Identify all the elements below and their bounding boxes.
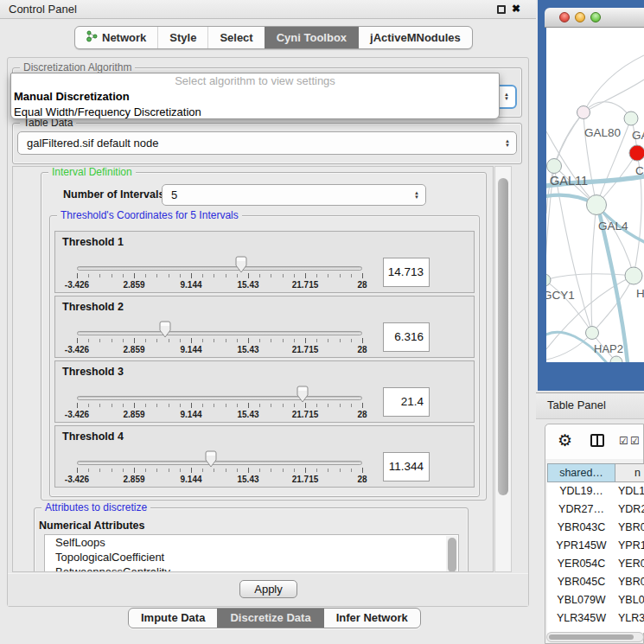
slider-tick [340, 404, 341, 407]
combo-stepper-icon [505, 139, 510, 148]
mac-minimize-icon[interactable] [575, 12, 585, 22]
slider-tick [283, 339, 284, 342]
table-row[interactable]: YBL079WYBL0 [547, 591, 644, 609]
table-row[interactable]: YDL19…YDL1 [547, 482, 644, 501]
network-graph[interactable]: GAL80GALCGAL11GAL4GCY1HHAP2 [546, 28, 644, 362]
network-canvas[interactable]: GAL80GALCGAL11GAL4GCY1HHAP2 [546, 28, 644, 362]
network-edge [546, 274, 634, 280]
slider-tick [271, 274, 271, 277]
slider-tick [156, 339, 157, 342]
column-header-2[interactable]: n [615, 463, 644, 482]
tab-impute-data[interactable]: Impute Data [129, 609, 217, 628]
tab-discretize-data[interactable]: Discretize Data [217, 609, 322, 628]
table-row[interactable]: YER054CYER0 [547, 555, 644, 573]
tab-cyni-toolbox[interactable]: Cyni Toolbox [265, 27, 358, 48]
network-node[interactable] [625, 267, 642, 284]
slider-tick-label: 15.43 [220, 410, 277, 419]
threshold-value-field[interactable]: 11.344 [383, 452, 430, 481]
table-horizontal-scrollbar-thumb[interactable] [549, 634, 634, 640]
slider-tick [99, 469, 100, 472]
tab-style[interactable]: Style [157, 27, 207, 48]
control-panel-title: Control Panel [9, 3, 77, 16]
network-window-titlebar[interactable] [545, 8, 644, 28]
checkbox-icon[interactable] [619, 432, 628, 450]
network-node[interactable] [629, 145, 644, 161]
attributes-scrollbar-thumb[interactable] [448, 538, 456, 572]
network-node[interactable] [587, 195, 607, 215]
checkbox-icon[interactable] [630, 432, 640, 450]
slider-tick [328, 404, 328, 407]
table-cell: YDR2 [615, 501, 644, 519]
slider-tick-label: 9.144 [163, 475, 220, 484]
dropdown-item-manual-discretization[interactable]: Manual Discretization [11, 89, 499, 105]
table-cell: YPR1 [615, 537, 644, 555]
threshold-slider-track[interactable] [77, 266, 362, 271]
tab-jactivemnodules[interactable]: jActiveMNodules [358, 27, 472, 48]
threshold-slider-thumb[interactable] [158, 321, 172, 338]
table-data-combobox[interactable]: galFiltered.sif default node [17, 131, 517, 155]
table-header-row: shared…n [547, 463, 644, 482]
threshold-slider-thumb[interactable] [204, 450, 218, 468]
apply-button[interactable]: Apply [239, 580, 297, 598]
table-cell: YER054C [547, 555, 615, 573]
control-panel-scrollbar[interactable] [494, 166, 512, 572]
threshold-slider-track[interactable] [77, 331, 362, 335]
attribute-item-betweennesscentrality[interactable]: BetweennessCentrality [45, 564, 458, 572]
slider-tick [156, 404, 157, 407]
slider-tick [134, 468, 135, 473]
threshold-slider-track[interactable] [77, 461, 362, 465]
table-row[interactable]: YBR045CYBR0 [547, 573, 644, 591]
slider-tick [226, 404, 226, 407]
slider-tick [294, 404, 295, 407]
slider-tick-label: 2.859 [105, 475, 163, 484]
network-node[interactable] [586, 327, 599, 340]
table-horizontal-scrollbar[interactable] [546, 632, 644, 642]
slider-tick-label: 9.144 [163, 280, 220, 290]
table-row[interactable]: YDR27…YDR2 [547, 501, 644, 519]
table-cell: YBL0 [615, 591, 644, 609]
slider-tick-label: 15.43 [220, 475, 277, 484]
table-row[interactable]: YBR043CYBR0 [547, 519, 644, 537]
slider-tick [362, 468, 363, 473]
close-icon[interactable]: ✖ [512, 3, 520, 15]
threshold-label: Threshold 1 [62, 236, 124, 248]
threshold-value-field[interactable]: 21.4 [383, 387, 430, 417]
threshold-value-field[interactable]: 6.316 [383, 322, 430, 352]
tab-network[interactable]: Network [75, 27, 157, 48]
dropdown-item-equal-width-frequency-discretization[interactable]: Equal Width/Frequency Discretization [11, 105, 499, 120]
float-window-icon[interactable] [497, 5, 506, 14]
mac-zoom-icon[interactable] [590, 12, 601, 22]
split-columns-icon[interactable] [590, 434, 604, 447]
threshold-slider-thumb[interactable] [234, 256, 248, 273]
table-row[interactable]: YLR345WYLR3 [547, 609, 644, 628]
tab-select[interactable]: Select [207, 27, 264, 48]
slider-tick [305, 273, 306, 278]
threshold-slider-track[interactable] [77, 396, 362, 400]
column-header-1[interactable]: shared… [547, 463, 615, 482]
network-edge [583, 80, 644, 112]
number-of-intervals-label: Number of Intervals [63, 188, 164, 201]
gear-icon[interactable] [558, 430, 572, 452]
slider-tick [248, 338, 249, 343]
slider-tick [328, 469, 328, 472]
threshold-label: Threshold 2 [62, 301, 124, 313]
threshold-value-field[interactable]: 14.713 [383, 258, 430, 287]
slider-tick [88, 339, 89, 342]
slider-tick-label: -3.426 [48, 410, 105, 419]
attribute-item-topologicalcoefficient[interactable]: TopologicalCoefficient [45, 550, 458, 564]
network-node[interactable] [547, 159, 562, 174]
table-row[interactable]: YPR145WYPR1 [547, 537, 644, 555]
tab-infer-network[interactable]: Infer Network [323, 609, 420, 628]
network-node[interactable] [624, 112, 638, 125]
threshold-slider-thumb[interactable] [296, 386, 309, 403]
attributes-scrollbar[interactable] [446, 536, 457, 572]
attribute-item-selfloops[interactable]: SelfLoops [45, 535, 458, 550]
network-node[interactable] [577, 106, 590, 119]
slider-tick [112, 339, 112, 342]
number-of-intervals-combobox[interactable]: 5 [162, 184, 426, 206]
node-table[interactable]: shared…nYDL19…YDL1YDR27…YDR2YBR043CYBR0Y… [547, 463, 644, 633]
mac-close-icon[interactable] [559, 12, 570, 22]
control-panel-scrollbar-thumb[interactable] [498, 178, 508, 495]
dropdown-placeholder-item[interactable]: Select algorithm to view settings [11, 73, 499, 89]
bottom-tab-bar: Impute DataDiscretize DataInfer Network [128, 608, 421, 628]
